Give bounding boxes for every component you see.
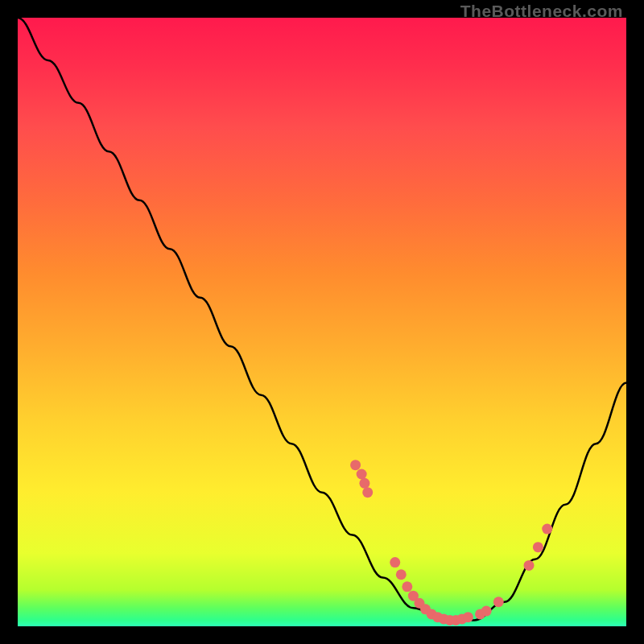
- data-point: [350, 460, 361, 470]
- data-point: [493, 597, 504, 607]
- bottleneck-curve: [18, 18, 626, 620]
- data-point: [542, 524, 552, 535]
- data-points: [350, 460, 552, 625]
- chart-svg: [18, 18, 626, 626]
- data-point: [524, 560, 535, 571]
- data-point: [463, 612, 473, 622]
- data-point: [481, 606, 492, 617]
- data-point: [390, 557, 400, 568]
- data-point: [357, 469, 367, 480]
- data-point: [533, 542, 543, 552]
- data-point: [362, 487, 373, 497]
- data-point: [402, 581, 412, 592]
- watermark-text: TheBottleneck.com: [460, 2, 623, 21]
- data-point: [359, 478, 369, 489]
- data-point: [396, 569, 407, 580]
- chart-area: [18, 18, 626, 626]
